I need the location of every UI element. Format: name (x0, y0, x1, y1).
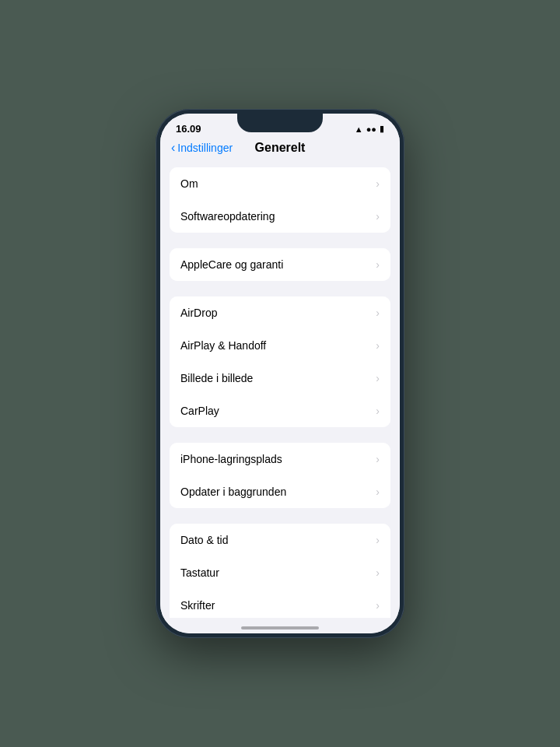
chevron-icon: › (376, 599, 380, 612)
section-storage: iPhone-lagringsplads › Opdater i baggrun… (160, 443, 400, 508)
cell-om-label: Om (180, 177, 198, 190)
section-applecare: AppleCare og garanti › (160, 248, 400, 281)
cell-softwareopdatering[interactable]: Softwareopdatering › (170, 200, 390, 233)
settings-content: Om › Softwareopdatering › AppleCare og g… (160, 161, 400, 618)
phone-screen: 16.09 ▲ ●● ▮ ‹ Indstillinger Generelt Om… (160, 114, 400, 633)
cell-group-dato: Dato & tid › Tastatur › Skrifter › Sprog… (170, 524, 390, 618)
section-om: Om › Softwareopdatering › (160, 167, 400, 233)
notch (237, 114, 323, 132)
cell-group-storage: iPhone-lagringsplads › Opdater i baggrun… (170, 443, 390, 508)
chevron-icon: › (376, 405, 380, 417)
cell-iphone-lagringsplads[interactable]: iPhone-lagringsplads › (170, 443, 390, 475)
cell-softwareopdatering-label: Softwareopdatering (180, 210, 275, 223)
back-label: Indstillinger (177, 142, 233, 154)
cell-tastatur-label: Tastatur (180, 566, 219, 579)
cell-applecare[interactable]: AppleCare og garanti › (170, 248, 390, 281)
chevron-icon: › (376, 453, 380, 465)
cell-billede[interactable]: Billede i billede › (170, 362, 390, 395)
section-dato: Dato & tid › Tastatur › Skrifter › Sprog… (160, 524, 400, 618)
cell-opdater-label: Opdater i baggrunden (180, 486, 286, 498)
cell-group-airdrop: AirDrop › AirPlay & Handoff › Billede i … (170, 296, 390, 427)
cell-dato[interactable]: Dato & tid › (170, 524, 390, 556)
wifi-icon: ▲ (355, 124, 363, 134)
chevron-icon: › (376, 486, 380, 498)
back-chevron-icon: ‹ (171, 141, 175, 155)
chevron-icon: › (376, 258, 380, 271)
cell-billede-label: Billede i billede (180, 372, 253, 384)
chevron-icon: › (376, 566, 380, 579)
chevron-icon: › (376, 339, 380, 352)
home-indicator (160, 618, 400, 633)
chevron-icon: › (376, 177, 380, 190)
cell-tastatur[interactable]: Tastatur › (170, 556, 390, 589)
cell-applecare-label: AppleCare og garanti (180, 258, 283, 271)
home-bar (241, 626, 319, 630)
status-bar: 16.09 ▲ ●● ▮ (160, 114, 400, 138)
cell-dato-label: Dato & tid (180, 534, 228, 546)
cell-iphone-lagringsplads-label: iPhone-lagringsplads (180, 453, 282, 465)
chevron-icon: › (376, 307, 380, 319)
cell-airdrop-label: AirDrop (180, 307, 217, 319)
chevron-icon: › (376, 210, 380, 223)
back-button[interactable]: ‹ Indstillinger (171, 141, 233, 155)
cell-airplay-label: AirPlay & Handoff (180, 339, 266, 352)
cell-airdrop[interactable]: AirDrop › (170, 296, 390, 329)
signal-icon: ●● (366, 124, 376, 134)
section-airdrop: AirDrop › AirPlay & Handoff › Billede i … (160, 296, 400, 427)
cell-skrifter[interactable]: Skrifter › (170, 589, 390, 618)
status-time: 16.09 (176, 123, 201, 135)
chevron-icon: › (376, 372, 380, 384)
cell-skrifter-label: Skrifter (180, 599, 215, 612)
page-title: Generelt (255, 141, 306, 155)
cell-om[interactable]: Om › (170, 167, 390, 200)
cell-carplay[interactable]: CarPlay › (170, 395, 390, 427)
nav-bar: ‹ Indstillinger Generelt (160, 138, 400, 161)
chevron-icon: › (376, 534, 380, 546)
phone-frame: 16.09 ▲ ●● ▮ ‹ Indstillinger Generelt Om… (156, 109, 404, 638)
cell-carplay-label: CarPlay (180, 405, 219, 417)
status-icons: ▲ ●● ▮ (355, 124, 384, 134)
cell-group-applecare: AppleCare og garanti › (170, 248, 390, 281)
battery-icon: ▮ (380, 124, 384, 134)
cell-opdater[interactable]: Opdater i baggrunden › (170, 475, 390, 508)
cell-airplay[interactable]: AirPlay & Handoff › (170, 329, 390, 362)
cell-group-om: Om › Softwareopdatering › (170, 167, 390, 233)
